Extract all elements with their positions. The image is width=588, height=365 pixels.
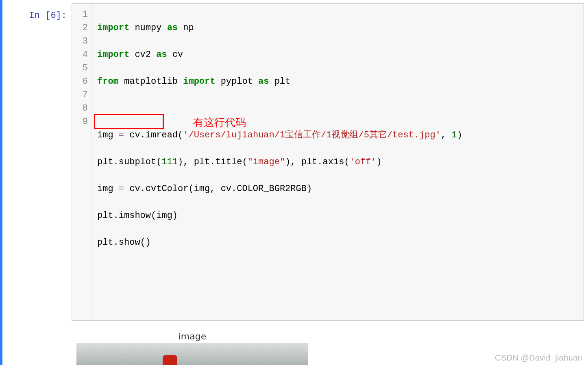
code-line: plt.imshow(img) [97, 209, 579, 222]
cell-content: 1 2 3 4 5 6 7 8 9 import numpy as np imp… [72, 3, 588, 365]
highlight-box [94, 114, 164, 129]
line-number: 9 [72, 115, 88, 128]
output-image [76, 343, 308, 365]
code-line [97, 102, 579, 115]
line-number: 6 [72, 75, 88, 88]
line-number: 5 [72, 61, 88, 75]
image-subject-bottle [146, 355, 194, 365]
code-line: plt.subplot(111), plt.title("image"), pl… [97, 155, 579, 169]
line-number: 4 [72, 48, 88, 61]
code-line: from matplotlib import pyplot as plt [97, 75, 579, 88]
notebook-cell: In [6]: 1 2 3 4 5 6 7 8 9 import numpy a… [0, 0, 588, 365]
input-prompt: In [6]: [2, 3, 72, 365]
plot-title: image [76, 331, 308, 341]
line-number: 2 [72, 21, 88, 35]
line-number: 1 [72, 8, 88, 21]
code-line: img = cv.imread('/Users/lujiahuan/1宝信工作/… [97, 128, 579, 142]
code-line: import cv2 as cv [97, 48, 579, 61]
code-line: import numpy as np [97, 21, 579, 35]
prompt-label: In [6]: [29, 11, 67, 21]
line-number: 3 [72, 35, 88, 48]
code-line: plt.show() [97, 236, 579, 249]
line-number: 7 [72, 88, 88, 102]
bottle-cap-icon [163, 355, 177, 365]
code-text[interactable]: import numpy as np import cv2 as cv from… [91, 4, 584, 320]
code-line: img = cv.cvtColor(img, cv.COLOR_BGR2RGB) [97, 182, 579, 196]
code-input[interactable]: 1 2 3 4 5 6 7 8 9 import numpy as np imp… [72, 3, 584, 321]
line-gutter: 1 2 3 4 5 6 7 8 9 [72, 4, 91, 320]
line-number: 8 [72, 102, 88, 115]
watermark-text: CSDN @David_jiahuan [495, 353, 582, 363]
annotation-text: 有这行代码 [193, 116, 246, 129]
